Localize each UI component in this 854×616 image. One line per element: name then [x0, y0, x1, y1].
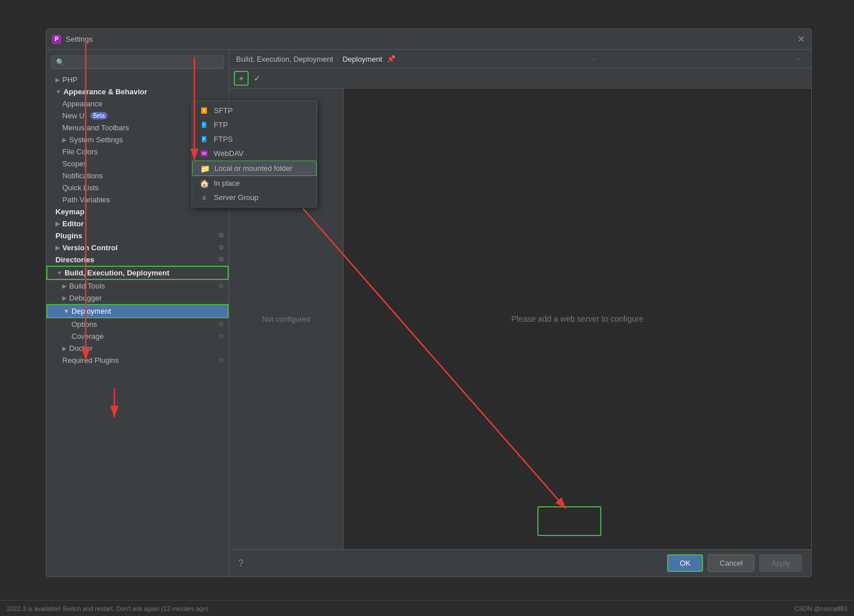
sidebar-item-required-plugins[interactable]: Required Plugins ⚙: [46, 354, 229, 366]
gear-icon: ⚙: [218, 282, 224, 290]
home-icon: 🏠: [199, 179, 209, 187]
sidebar-item-label: File Colors: [62, 147, 98, 156]
dropdown-item-label: WebDAV: [214, 149, 244, 158]
sidebar-item-options[interactable]: Options ⚙: [46, 318, 229, 330]
settings-dialog: P Settings ✕ ▶ PHP ▼ Appearance & Behavi…: [46, 29, 812, 577]
sidebar-item-label: Appearance: [62, 99, 102, 108]
collapse-arrow: ▶: [55, 221, 60, 227]
sidebar-item-label: Editor: [62, 219, 84, 228]
cancel-button[interactable]: Cancel: [708, 554, 755, 572]
beta-badge: Beta: [90, 112, 108, 119]
breadcrumb-separator: ›: [337, 55, 339, 63]
sidebar-item-label: Deployment: [71, 307, 111, 315]
collapse-arrow: ▼: [63, 308, 69, 314]
bottom-bar: ? OK Cancel Apply: [229, 549, 811, 577]
collapse-arrow: ▶: [62, 137, 67, 143]
sidebar-item-label: New UI: [62, 111, 87, 120]
sidebar-item-label: Directories: [55, 255, 94, 264]
dropdown-item-label: In place: [214, 179, 240, 187]
not-configured-label: Not configured: [262, 315, 310, 323]
sidebar-item-label: System Settings: [69, 135, 123, 144]
sidebar-item-label: Build Tools: [69, 282, 105, 290]
dropdown-item-label: Server Group: [214, 193, 258, 202]
sidebar-item-appearance-behavior[interactable]: ▼ Appearance & Behavior: [46, 86, 229, 98]
deployment-toolbar: + ✓: [229, 69, 811, 89]
gear-icon: ⚙: [218, 357, 224, 364]
sidebar-item-directories[interactable]: Directories ⚙: [46, 254, 229, 266]
config-panel: Please add a web server to configure: [344, 89, 811, 549]
sidebar-item-editor[interactable]: ▶ Editor: [46, 218, 229, 230]
sidebar-item-label: Docker: [69, 344, 93, 353]
ftps-icon: F: [199, 135, 209, 143]
sidebar-item-label: Quick Lists: [62, 183, 99, 192]
sidebar-item-label: PHP: [62, 75, 78, 84]
dropdown-item-ftps[interactable]: F FTPS: [192, 132, 317, 146]
nav-forward-arrow[interactable]: →: [794, 54, 802, 63]
plus-icon: +: [239, 74, 244, 83]
sidebar-item-label: Build, Execution, Deployment: [65, 269, 169, 277]
dropdown-item-webdav[interactable]: W WebDAV: [192, 146, 317, 161]
dropdown-item-label: Local or mounted folder: [214, 164, 293, 173]
dialog-title: Settings: [66, 35, 796, 43]
dialog-body: ▶ PHP ▼ Appearance & Behavior Appearance…: [46, 50, 811, 577]
dialog-buttons: OK Cancel Apply: [667, 554, 802, 572]
collapse-arrow: ▶: [62, 295, 67, 301]
nav-back-arrow[interactable]: ←: [589, 54, 597, 63]
sidebar-item-deployment[interactable]: ▼ Deployment: [46, 304, 229, 318]
sidebar-item-keymap[interactable]: Keymap: [46, 206, 229, 218]
dropdown-item-sftp[interactable]: S SFTP: [192, 103, 317, 118]
sidebar-item-build-exec-deploy[interactable]: ▼ Build, Execution, Deployment: [46, 266, 229, 280]
sidebar-item-label: Notifications: [62, 171, 103, 180]
sidebar-item-label: Coverage: [71, 332, 103, 341]
sidebar-item-plugins[interactable]: Plugins ⚙: [46, 230, 229, 242]
sidebar-item-coverage[interactable]: Coverage ⚙: [46, 330, 229, 342]
sidebar-item-php[interactable]: ▶ PHP: [46, 74, 229, 86]
close-button[interactable]: ✕: [796, 35, 805, 44]
dropdown-item-in-place[interactable]: 🏠 In place: [192, 176, 317, 190]
sidebar-item-label: Menus and Toolbars: [62, 123, 129, 132]
collapse-arrow: ▶: [55, 245, 60, 251]
sidebar-item-label: Plugins: [55, 231, 82, 240]
gear-icon: ⚙: [218, 321, 224, 328]
add-server-dropdown: S SFTP F FTP F FTPS W WebDAV 📁 Local or …: [191, 101, 317, 207]
dropdown-item-local-folder[interactable]: 📁 Local or mounted folder: [192, 161, 317, 176]
gear-icon: ⚙: [218, 244, 224, 251]
gear-icon: ⚙: [218, 333, 224, 340]
check-icon: ✓: [254, 74, 261, 83]
dropdown-item-ftp[interactable]: F FTP: [192, 118, 317, 132]
dropdown-item-server-group[interactable]: ≡ Server Group: [192, 190, 317, 205]
dropdown-item-label: FTPS: [214, 135, 233, 143]
sidebar-item-label: Appearance & Behavior: [63, 87, 147, 96]
sftp-icon: S: [199, 107, 209, 115]
search-input[interactable]: [51, 55, 224, 69]
folder-icon: 📁: [199, 165, 210, 173]
statusbar-message: 2022.3 is available! Switch and restart.…: [7, 605, 208, 612]
sidebar-item-docker[interactable]: ▶ Docker: [46, 342, 229, 354]
statusbar: 2022.3 is available! Switch and restart.…: [0, 600, 854, 616]
sidebar-item-version-control[interactable]: ▶ Version Control ⚙: [46, 242, 229, 254]
sidebar-item-label: Version Control: [62, 243, 118, 252]
breadcrumb-path1: Build, Execution, Deployment: [236, 55, 333, 63]
config-empty-message: Please add a web server to configure: [511, 314, 643, 323]
apply-button[interactable]: Apply: [759, 554, 802, 572]
breadcrumb: Build, Execution, Deployment › Deploymen…: [229, 50, 811, 69]
pin-icon: 📌: [387, 55, 396, 63]
sidebar-item-build-tools[interactable]: ▶ Build Tools ⚙: [46, 280, 229, 292]
server-group-icon: ≡: [199, 194, 209, 202]
dropdown-item-label: FTP: [214, 121, 228, 129]
collapse-arrow: ▶: [62, 345, 67, 351]
sidebar-item-label: Debugger: [69, 294, 102, 302]
dropdown-item-label: SFTP: [214, 106, 233, 115]
collapse-arrow: ▶: [62, 283, 67, 289]
gear-icon: ⚙: [218, 232, 224, 239]
statusbar-attribution: CSDN @cocca883: [795, 605, 847, 612]
help-button[interactable]: ?: [238, 558, 244, 569]
collapse-arrow: ▼: [55, 89, 61, 95]
sidebar-item-label: Keymap: [55, 207, 85, 216]
sidebar-item-debugger[interactable]: ▶ Debugger: [46, 292, 229, 304]
sidebar-item-label: Path Variables: [62, 195, 110, 204]
add-server-button[interactable]: +: [234, 71, 249, 86]
ok-button[interactable]: OK: [667, 554, 703, 572]
check-button[interactable]: ✓: [250, 71, 265, 86]
titlebar: P Settings ✕: [46, 29, 811, 50]
